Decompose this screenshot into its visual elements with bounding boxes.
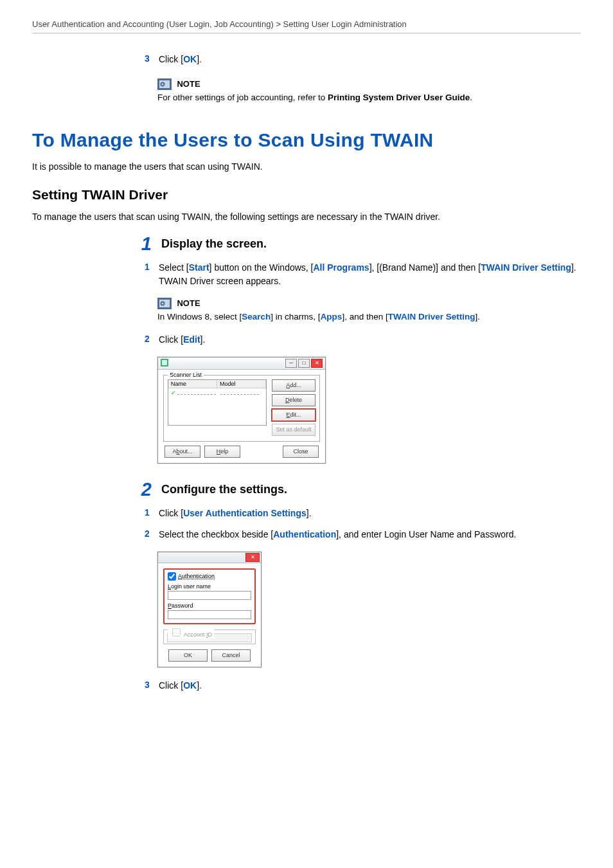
note-label: NOTE [177,298,200,308]
edit-button[interactable]: Edit...Edit... [272,409,315,421]
twain-driver-dialog: ─ □ ✕ Scanner List Name Model [157,357,326,464]
svg-point-3 [162,83,164,85]
section-title: To Manage the Users to Scan Using TWAIN [32,129,581,151]
delete-button[interactable]: DeleteDelete [272,394,315,406]
s1-2-num: 2 [145,334,156,344]
s1-1-num: 1 [145,262,156,272]
scanner-list-legend: Scanner List [168,372,204,378]
top-step3-num: 3 [145,53,156,64]
note-icon [157,298,172,309]
auth-dialog: ✕ AuthenticationAuthentication Login use… [157,552,262,667]
intro-para: It is possible to manage the users that … [32,161,581,172]
login-user-name-label: Login user nameLogin user name [168,583,251,590]
col-model[interactable]: Model [217,380,266,388]
ok-link: OK [183,54,197,64]
cancel-button[interactable]: Cancel [211,649,251,662]
s2-2-text: Select the checkbox beside [Authenticati… [159,528,516,541]
password-input[interactable] [168,610,251,619]
subintro-para: To manage the users that scan using TWAI… [32,212,581,222]
note-label: NOTE [177,79,200,89]
note-body: In Windows 8, select [Search] in charms,… [157,312,581,321]
account-id-checkbox [172,628,181,637]
close-button-bottom[interactable]: Close [283,446,319,458]
check-icon: ✓ [171,390,176,396]
about-button[interactable]: About...About... [164,446,200,458]
account-id-label: Account IDAccount ID [184,631,212,638]
bigstep1-title: Display the screen. [161,237,267,251]
auth-highlight-box: AuthenticationAuthentication Login user … [163,568,256,624]
scanner-list[interactable]: Name Model ✓ [168,379,267,426]
s2-3-num: 3 [145,680,156,690]
app-icon [161,359,168,368]
subsection-heading: Setting TWAIN Driver [32,187,581,203]
svg-point-7 [162,302,164,304]
list-item[interactable]: ✓ [168,388,266,397]
password-label: PasswordPassword [168,602,251,609]
bigstep2-num: 2 [127,480,152,499]
ok-button[interactable]: OK [168,649,208,662]
note-body: For other settings of job accounting, re… [157,93,581,102]
close-button[interactable]: ✕ [311,359,323,368]
s1-2-text: Click [Edit]. [159,333,205,347]
authentication-label: AuthenticationAuthentication [178,573,215,579]
page-number: 9-16 [32,866,581,868]
s2-2-num: 2 [145,529,156,539]
svg-rect-9 [162,360,167,365]
authentication-checkbox[interactable] [168,572,176,581]
s2-1-text: Click [User Authentication Settings]. [159,507,312,520]
col-name[interactable]: Name [168,380,217,388]
maximize-button[interactable]: □ [298,359,310,368]
close-button[interactable]: ✕ [245,553,260,562]
s1-1-text: Select [Start] button on the Windows, [A… [159,261,581,288]
help-button[interactable]: HelpHelp [204,446,240,458]
set-default-button[interactable]: Set as default [272,424,315,436]
add-button[interactable]: AAdd...dd... [272,379,315,392]
s2-1-num: 1 [145,507,156,518]
s2-3-text: Click [OK]. [159,679,202,692]
note-icon [157,78,172,90]
top-step3-text: Click [OK]. [159,53,202,66]
login-user-name-input[interactable] [168,591,251,600]
bigstep1-num: 1 [127,235,152,253]
breadcrumb: User Authentication and Accounting (User… [32,19,581,33]
minimize-button[interactable]: ─ [285,359,297,368]
bigstep2-title: Configure the settings. [161,483,287,496]
